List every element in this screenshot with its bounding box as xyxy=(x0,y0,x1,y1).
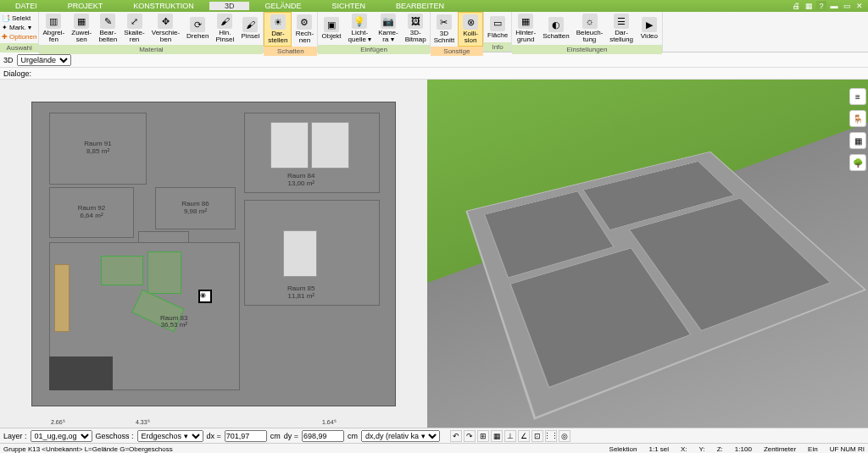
ribbon-btn-hin.-pinsel[interactable]: 🖌Hin.Pinsel xyxy=(212,12,237,45)
menu-3d[interactable]: 3D xyxy=(209,2,250,10)
ribbon-btn-objekt[interactable]: ▣Objekt xyxy=(318,12,344,45)
sofa[interactable] xyxy=(101,256,143,285)
group-label-schatten: Schatten xyxy=(264,47,317,56)
ribbon-btn-skalie--ren[interactable]: ⤢Skalie-ren xyxy=(120,12,147,45)
ribbon-btn-licht--quelle-▾[interactable]: 💡Licht-quelle ▾ xyxy=(345,12,376,45)
misc-icon[interactable]: ⊡ xyxy=(531,430,543,442)
ribbon-btn-rech--nen[interactable]: ⚙Rech-nen xyxy=(292,12,317,47)
group-label-material: Material xyxy=(39,45,263,54)
close-icon[interactable]: ✕ xyxy=(854,1,865,11)
ribbon-label: 3D-Bitmap xyxy=(405,30,426,43)
bed[interactable] xyxy=(283,230,317,277)
ribbon-btn-schatten[interactable]: ◐Schatten xyxy=(539,12,573,45)
ribbon-label: Dar-stellen xyxy=(268,30,287,44)
ribbon-label: Kolli-sion xyxy=(463,30,478,44)
bed[interactable] xyxy=(270,122,309,168)
layer-select[interactable]: 01_ug,eg,og xyxy=(31,430,92,442)
ribbon-btn-hinter--grund[interactable]: ▦Hinter-grund xyxy=(512,12,539,45)
dx-input[interactable] xyxy=(225,430,267,442)
dim-bottom-2: 4.33⁵ xyxy=(136,419,150,426)
status-flags: UF NUM RI xyxy=(830,445,865,453)
ribbon-btn-3d-schnitt[interactable]: ✂3DSchnitt xyxy=(431,12,458,47)
ribbon-btn-video[interactable]: ▶Video xyxy=(637,12,662,45)
grid-icon[interactable]: ▦ xyxy=(491,430,503,442)
dialoge-label: Dialoge: xyxy=(3,69,31,78)
ribbon-btn-pinsel[interactable]: 🖌Pinsel xyxy=(237,12,263,45)
ribbon-label: Licht-quelle ▾ xyxy=(348,30,372,43)
floorplan-canvas[interactable]: Raum 918,85 m² Raum 8413,00 m² Raum 926,… xyxy=(31,102,396,406)
tool-palette-icon[interactable]: ▦ xyxy=(849,132,866,149)
minimize-icon[interactable]: ▬ xyxy=(829,1,839,11)
ribbon-icon: ▣ xyxy=(324,17,339,32)
maximize-icon[interactable]: ▭ xyxy=(842,1,852,11)
menu-sichten[interactable]: SICHTEN xyxy=(316,2,381,10)
kitchen-counter[interactable] xyxy=(54,264,70,332)
ribbon-btn-bear--beiten[interactable]: ✎Bear-beiten xyxy=(95,12,120,45)
ortho-icon[interactable]: ⊥ xyxy=(504,430,516,442)
marker-icon[interactable]: ◉ xyxy=(198,290,212,303)
dy-unit: cm xyxy=(348,432,358,440)
ribbon-btn-zuwei--sen[interactable]: ▦Zuwei-sen xyxy=(68,12,95,45)
snap-icon[interactable]: ⊞ xyxy=(477,430,489,442)
armchair[interactable] xyxy=(147,251,181,294)
ribbon-label: Fläche xyxy=(487,32,508,39)
building-3d[interactable] xyxy=(465,152,866,420)
mode-select[interactable]: dx,dy (relativ ka ▾ xyxy=(361,430,440,442)
room-84[interactable]: Raum 8413,00 m² xyxy=(244,113,380,193)
dy-label: dy = xyxy=(284,432,298,440)
optionen-button[interactable]: ✚ Optionen xyxy=(2,32,36,41)
dy-input[interactable] xyxy=(302,430,344,442)
view-dropdown[interactable]: Urgelände xyxy=(17,54,71,66)
ribbon-btn-verschie--ben[interactable]: ✥Verschie-ben xyxy=(148,12,183,45)
ribbon-label: Video xyxy=(641,33,658,40)
redo-icon[interactable]: ↷ xyxy=(464,430,476,442)
ribbon-btn-dar--stellung[interactable]: ☰Dar-stellung xyxy=(606,12,637,45)
print-icon[interactable]: 🖨 xyxy=(791,1,801,11)
terrace[interactable] xyxy=(49,356,113,390)
dim-bottom-8: 1.64⁵ xyxy=(322,419,337,426)
ribbon-icon: ◐ xyxy=(548,17,564,32)
menu-gelaende[interactable]: GELÄNDE xyxy=(249,2,316,10)
ribbon-group-info: ▭Fläche Info xyxy=(484,12,512,52)
ribbon-btn-beleuch--tung[interactable]: ☼Beleuch-tung xyxy=(573,12,607,45)
room-85[interactable]: Raum 8511,81 m² xyxy=(244,200,380,306)
dots-icon[interactable]: ⋮⋮ xyxy=(545,430,557,442)
selekt-button[interactable]: 📑 Selekt xyxy=(2,14,36,23)
tool-tree-icon[interactable]: 🌳 xyxy=(849,154,866,171)
ribbon-label: Verschie-ben xyxy=(152,30,180,43)
ribbon-icon: 🖌 xyxy=(217,14,232,29)
view3d-canvas[interactable] xyxy=(427,80,868,428)
ribbon-icon: ✎ xyxy=(100,14,115,29)
ribbon-btn-drehen[interactable]: ⟳Drehen xyxy=(183,12,212,45)
room-86[interactable]: Raum 869,98 m² xyxy=(155,187,236,229)
view-icon[interactable]: ▦ xyxy=(804,1,814,11)
ribbon-group-sonstige: ✂3DSchnitt⊗Kolli-sion Sonstige xyxy=(431,12,484,52)
ribbon-btn-kame--ra-▾[interactable]: 📷Kame-ra ▾ xyxy=(375,12,402,45)
tool-layers-icon[interactable]: ≡ xyxy=(849,88,866,105)
menu-bearbeiten[interactable]: BEARBEITEN xyxy=(381,2,459,10)
ribbon-btn-kolli--sion[interactable]: ⊗Kolli-sion xyxy=(458,12,483,47)
mark-button[interactable]: ✦ Mark. ▾ xyxy=(2,23,36,32)
angle-icon[interactable]: ∠ xyxy=(518,430,530,442)
menu-konstruktion[interactable]: KONSTRUKTION xyxy=(118,2,209,10)
ribbon-btn-fläche[interactable]: ▭Fläche xyxy=(484,12,511,42)
room-91[interactable]: Raum 918,85 m² xyxy=(49,113,147,185)
undo-icon[interactable]: ↶ xyxy=(450,430,462,442)
pane-3d-view[interactable]: ≡ 🪑 ▦ 🌳 xyxy=(427,80,868,428)
help-icon[interactable]: ? xyxy=(816,1,826,11)
menu-projekt[interactable]: PROJEKT xyxy=(53,2,119,10)
ribbon-btn-3d--bitmap[interactable]: 🖼3D-Bitmap xyxy=(402,12,430,45)
ribbon-label: Skalie-ren xyxy=(124,30,144,43)
status-z: Z: xyxy=(717,445,723,453)
target-icon[interactable]: ◎ xyxy=(559,430,570,442)
bed[interactable] xyxy=(311,122,349,168)
pane-2d-floorplan[interactable]: Raum 918,85 m² Raum 8413,00 m² Raum 926,… xyxy=(0,80,427,428)
ribbon-icon: ☼ xyxy=(582,14,598,29)
side-tools: ≡ 🪑 ▦ 🌳 xyxy=(849,88,866,171)
ribbon-btn-dar--stellen[interactable]: ☀Dar-stellen xyxy=(264,12,292,47)
menu-datei[interactable]: DATEI xyxy=(0,2,53,10)
room-92[interactable]: Raum 926,64 m² xyxy=(49,187,134,238)
ribbon-btn-abgrei--fen[interactable]: ▥Abgrei-fen xyxy=(39,12,68,45)
tool-furniture-icon[interactable]: 🪑 xyxy=(849,110,866,127)
geschoss-select[interactable]: Erdgeschos ▾ xyxy=(137,430,203,442)
